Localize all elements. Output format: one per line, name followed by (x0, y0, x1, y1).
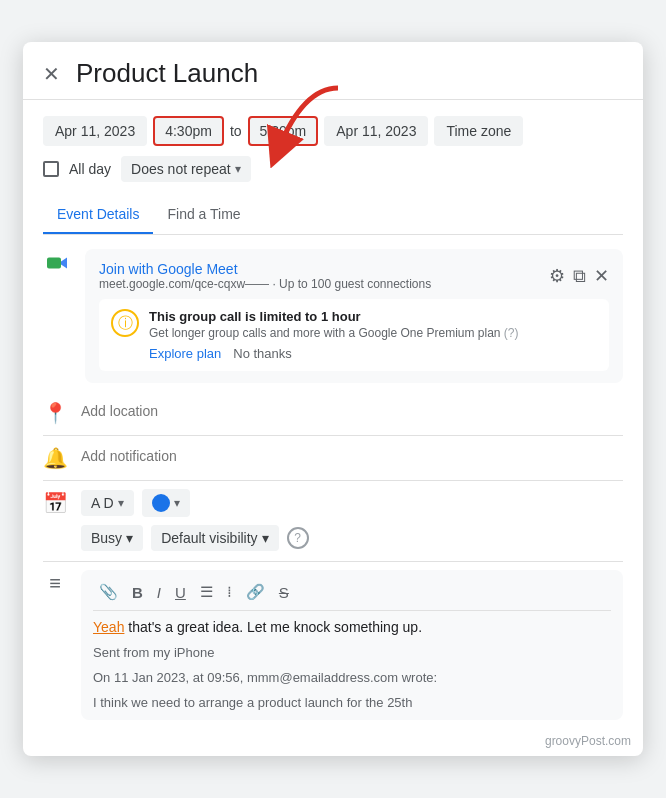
color-chevron-icon: ▾ (174, 496, 180, 510)
bold-button[interactable]: B (126, 581, 149, 604)
dialog-title: Product Launch (76, 58, 623, 89)
location-section: 📍 (43, 399, 623, 425)
close-icon[interactable]: ✕ (43, 62, 60, 86)
meet-header: Join with Google Meet meet.google.com/qc… (99, 261, 609, 291)
calendar-name: A D (91, 495, 114, 511)
description-text[interactable]: Yeah that's a great idea. Let me knock s… (93, 619, 611, 635)
timezone-chip[interactable]: Time zone (434, 116, 523, 146)
location-content (81, 399, 623, 423)
attach-button[interactable]: 📎 (93, 580, 124, 604)
tabs-row: Event Details Find a Time (43, 196, 623, 235)
link-button[interactable]: 🔗 (240, 580, 271, 604)
google-meet-icon (43, 249, 71, 277)
meet-left: Join with Google Meet meet.google.com/qc… (99, 261, 431, 291)
event-dialog: ✕ Product Launch Apr 11, 2023 4:30pm to … (23, 42, 643, 756)
dialog-body: Apr 11, 2023 4:30pm to 5:30pm Apr 11, 20… (23, 100, 643, 720)
warning-links: Explore plan No thanks (149, 346, 597, 361)
description-block[interactable]: 📎 B I U ☰ ⁞ 🔗 S Yeah that's a great idea… (81, 570, 623, 720)
calendar-chevron-icon: ▾ (118, 496, 124, 510)
warning-title: This group call is limited to 1 hour (149, 309, 597, 324)
time-row: Apr 11, 2023 4:30pm to 5:30pm Apr 11, 20… (43, 116, 623, 146)
allday-label: All day (69, 161, 111, 177)
description-section: ≡ 📎 B I U ☰ ⁞ 🔗 S Yeah that's a great id… (43, 570, 623, 720)
description-content: 📎 B I U ☰ ⁞ 🔗 S Yeah that's a great idea… (81, 570, 623, 720)
chevron-down-icon: ▾ (235, 162, 241, 176)
end-date-chip[interactable]: Apr 11, 2023 (324, 116, 428, 146)
dialog-header: ✕ Product Launch (23, 42, 643, 100)
meet-warning: ⓘ This group call is limited to 1 hour G… (99, 299, 609, 371)
no-thanks-link[interactable]: No thanks (233, 346, 292, 361)
allday-repeat-container: All day Does not repeat ▾ (43, 156, 623, 182)
meet-copy-icon[interactable]: ⧉ (573, 266, 586, 287)
repeat-label: Does not repeat (131, 161, 231, 177)
start-time-chip[interactable]: 4:30pm (153, 116, 224, 146)
busy-chip[interactable]: Busy ▾ (81, 525, 143, 551)
branding: groovyPost.com (23, 730, 643, 756)
meet-block: Join with Google Meet meet.google.com/qc… (85, 249, 623, 383)
color-dot (152, 494, 170, 512)
warning-text: This group call is limited to 1 hour Get… (149, 309, 597, 361)
notification-input[interactable] (81, 444, 623, 468)
busy-chevron-icon: ▾ (126, 530, 133, 546)
notification-content (81, 444, 623, 468)
calendar-content: A D ▾ ▾ Busy ▾ Default visibility (81, 489, 623, 551)
end-time-chip[interactable]: 5:30pm (248, 116, 319, 146)
quote-text: I think we need to arrange a product lau… (93, 695, 611, 710)
meet-section: Join with Google Meet meet.google.com/qc… (43, 249, 623, 389)
allday-row: All day Does not repeat ▾ (43, 156, 623, 182)
explore-plan-link[interactable]: Explore plan (149, 346, 221, 361)
meet-content: Join with Google Meet meet.google.com/qc… (85, 249, 623, 389)
allday-checkbox[interactable] (43, 161, 59, 177)
meet-settings-icon[interactable]: ⚙ (549, 265, 565, 287)
visibility-chip[interactable]: Default visibility ▾ (151, 525, 278, 551)
on-text: On 11 Jan 2023, at 09:56, mmm@emailaddre… (93, 670, 611, 685)
help-icon[interactable]: ? (287, 527, 309, 549)
underline-button[interactable]: U (169, 581, 192, 604)
italic-button[interactable]: I (151, 581, 167, 604)
location-input[interactable] (81, 399, 623, 423)
calendar-row: A D ▾ ▾ (81, 489, 623, 517)
start-date-chip[interactable]: Apr 11, 2023 (43, 116, 147, 146)
strikethrough-button[interactable]: S (273, 581, 295, 604)
meet-url-sub: meet.google.com/qce-cqxw—— · Up to 100 g… (99, 277, 431, 291)
yeah-text: Yeah (93, 619, 124, 635)
visibility-label: Default visibility (161, 530, 257, 546)
repeat-chip[interactable]: Does not repeat ▾ (121, 156, 251, 182)
warning-sub: Get longer group calls and more with a G… (149, 326, 597, 340)
visibility-chevron-icon: ▾ (262, 530, 269, 546)
ordered-list-button[interactable]: ☰ (194, 580, 219, 604)
calendar-icon: 📅 (43, 491, 67, 515)
color-picker-chip[interactable]: ▾ (142, 489, 190, 517)
warning-icon: ⓘ (111, 309, 139, 337)
meet-join-link[interactable]: Join with Google Meet (99, 261, 431, 277)
calendar-section: 📅 A D ▾ ▾ Busy ▾ (43, 489, 623, 551)
menu-icon: ≡ (43, 572, 67, 595)
toolbar-row: 📎 B I U ☰ ⁞ 🔗 S (93, 580, 611, 611)
sent-from-text: Sent from my iPhone (93, 645, 611, 660)
bell-icon: 🔔 (43, 446, 67, 470)
tab-find-a-time[interactable]: Find a Time (153, 196, 254, 234)
location-pin-icon: 📍 (43, 401, 67, 425)
meet-close-icon[interactable]: ✕ (594, 265, 609, 287)
main-desc-text: that's a great idea. Let me knock someth… (124, 619, 422, 635)
busy-label: Busy (91, 530, 122, 546)
status-row: Busy ▾ Default visibility ▾ ? (81, 525, 623, 551)
calendar-name-chip[interactable]: A D ▾ (81, 490, 134, 516)
tab-event-details[interactable]: Event Details (43, 196, 153, 234)
to-label: to (230, 123, 242, 139)
meet-actions: ⚙ ⧉ ✕ (549, 265, 609, 287)
unordered-list-button[interactable]: ⁞ (221, 580, 238, 604)
notification-section: 🔔 (43, 444, 623, 470)
